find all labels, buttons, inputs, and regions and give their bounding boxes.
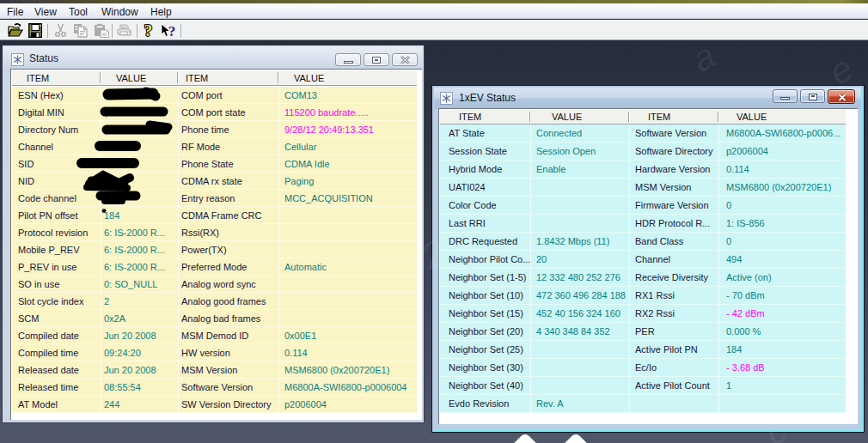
svg-text:2: 2 (413, 232, 451, 277)
svg-text:c: c (758, 410, 793, 443)
svg-text:e: e (822, 47, 859, 92)
svg-text:a: a (685, 34, 722, 79)
